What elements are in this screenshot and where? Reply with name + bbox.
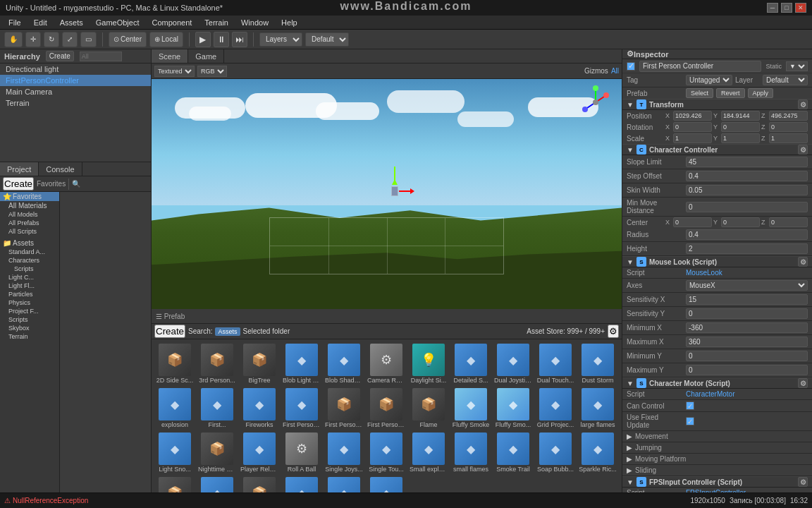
min-move-input[interactable] [686, 202, 808, 212]
rotate-tool[interactable]: ↻ [44, 32, 59, 47]
asset-item[interactable]: 📦3rd Person... [197, 342, 238, 385]
assets-create-button[interactable]: Create [154, 325, 185, 338]
hierarchy-item[interactable]: Main Camera [0, 86, 151, 97]
tab-project[interactable]: Project [0, 162, 39, 176]
asset-item[interactable]: 📦BigTree [239, 342, 280, 385]
pos-z-input[interactable] [769, 111, 808, 121]
ml-axes-select[interactable]: MouseX [686, 280, 808, 291]
use-fixed-checkbox[interactable]: ✓ [686, 417, 694, 425]
obj-active-checkbox[interactable]: ✓ [627, 62, 635, 71]
scene-view[interactable] [152, 79, 622, 309]
maximize-button[interactable]: □ [781, 3, 792, 13]
asset-item[interactable]: ◆Water Foun... [281, 476, 322, 492]
scale-x-input[interactable] [673, 133, 712, 143]
scale-y-input[interactable] [721, 133, 760, 143]
asset-item[interactable]: ◆Soap Bubb... [535, 431, 576, 474]
asset-item[interactable]: ◆Small explo... [408, 431, 449, 474]
asset-item[interactable]: ◆Blob Light P... [281, 342, 322, 385]
tab-game[interactable]: Game [188, 49, 224, 63]
pos-x-input[interactable] [673, 111, 712, 121]
asset-item[interactable]: ◆Water Surfa... [324, 476, 364, 492]
radius-input[interactable] [686, 229, 808, 240]
asset-item[interactable]: 📦Sparks [154, 476, 195, 492]
step-offset-input[interactable] [686, 171, 808, 181]
hand-tool[interactable]: ✋ [4, 32, 23, 47]
tree-characters[interactable]: Characters [0, 256, 59, 265]
menu-item-assets[interactable]: Assets [54, 17, 89, 28]
menu-item-component[interactable]: Component [146, 17, 197, 28]
asset-item[interactable]: 💡Daylight Si... [408, 342, 449, 385]
asset-item[interactable]: ◆Grid Projec... [535, 387, 576, 430]
tree-all-scripts[interactable]: All Scripts [0, 227, 59, 236]
tree-standard[interactable]: Standard A... [0, 248, 59, 256]
asset-item[interactable]: ◆WaterFall [366, 476, 407, 492]
rot-z-input[interactable] [769, 122, 808, 132]
tree-project-f[interactable]: Project F... [0, 307, 59, 315]
ml-min-x-input[interactable] [686, 322, 808, 333]
asset-item[interactable]: 📦Nighttime S... [197, 431, 238, 474]
height-input[interactable] [686, 243, 808, 254]
tree-scripts2[interactable]: Scripts [0, 315, 59, 324]
cm-cog[interactable]: ⚙ [798, 378, 808, 388]
layout-dropdown[interactable]: Default [305, 32, 349, 47]
asset-item[interactable]: 📦Flame [408, 387, 449, 430]
asset-item[interactable]: ◆small flames [450, 431, 491, 474]
transform-header[interactable]: ▼ T Transform ⚙ [622, 99, 812, 110]
ml-sens-x-input[interactable] [686, 294, 808, 305]
mouse-look-header[interactable]: ▼ S Mouse Look (Script) ⚙ [622, 256, 812, 267]
tab-console[interactable]: Console [39, 162, 82, 176]
center-y-input[interactable] [721, 217, 760, 227]
layers-dropdown[interactable]: Layers [259, 32, 302, 47]
assets-settings[interactable]: ⚙ [608, 325, 619, 338]
menu-item-window[interactable]: Window [235, 17, 274, 28]
tab-scene[interactable]: Scene [152, 49, 188, 63]
ml-max-y-input[interactable] [686, 365, 808, 375]
step-button[interactable]: ⏭ [232, 32, 247, 47]
obj-name-input[interactable] [639, 61, 761, 72]
rot-x-input[interactable] [673, 122, 712, 132]
select-button[interactable]: Select [686, 88, 713, 98]
char-controller-header[interactable]: ▼ C Character Controller ⚙ [622, 144, 812, 155]
tree-skybox[interactable]: Skybox [0, 324, 59, 332]
asset-item[interactable]: ◆Single Joys... [324, 431, 364, 474]
asset-item[interactable]: ◆Fluffy Smo... [493, 387, 534, 430]
fps-cog[interactable]: ⚙ [798, 477, 808, 487]
rgb-dropdown[interactable]: RGB [197, 66, 227, 77]
asset-item[interactable]: ◆Light Sno... [154, 431, 195, 474]
can-control-checkbox[interactable]: ✓ [686, 401, 694, 410]
asset-item[interactable]: 📦2D Side Sc... [154, 342, 195, 385]
skin-width-input[interactable] [686, 185, 808, 195]
asset-item[interactable]: ⚙Camera Rel... [366, 342, 407, 385]
asset-item[interactable]: 📦TapToMove... [239, 476, 280, 492]
menu-item-file[interactable]: File [3, 17, 27, 28]
tree-all-models[interactable]: All Models [0, 210, 59, 219]
layer-select[interactable]: Default [763, 75, 808, 85]
ml-sens-y-input[interactable] [686, 308, 808, 319]
char-motor-header[interactable]: ▼ S Character Motor (Script) ⚙ [622, 377, 812, 389]
asset-item[interactable]: ◆Dual Joystic... [493, 342, 534, 385]
asset-item[interactable]: ◆Player Relat... [239, 431, 280, 474]
center-button[interactable]: ⊙ Center [109, 32, 147, 47]
tree-scripts[interactable]: Scripts [0, 265, 59, 273]
project-create-button[interactable]: Create [3, 177, 34, 190]
asset-item[interactable]: ◆First Person... [281, 387, 322, 430]
menu-item-gameobject[interactable]: GameObject [90, 17, 145, 28]
tree-assets[interactable]: 📁 Assets [0, 238, 59, 248]
apply-button[interactable]: Apply [748, 88, 774, 98]
local-button[interactable]: ⊕ Local [149, 32, 183, 47]
asset-item[interactable]: ◆Sparks [197, 476, 238, 492]
asset-item[interactable]: ◆Fireworks [239, 387, 280, 430]
menu-item-help[interactable]: Help [276, 17, 303, 28]
minimize-button[interactable]: ─ [767, 3, 778, 13]
slope-input[interactable] [686, 157, 808, 167]
asset-item[interactable]: ◆Detailed S... [450, 342, 491, 385]
tree-all-prefabs[interactable]: All Prefabs [0, 219, 59, 227]
textured-dropdown[interactable]: Textured [154, 66, 195, 77]
fps-input-header[interactable]: ▼ S FPSInput Controller (Script) ⚙ [622, 476, 812, 488]
tag-select[interactable]: Untagged [686, 75, 732, 85]
hierarchy-item[interactable]: Terrain [0, 97, 151, 109]
revert-button[interactable]: Revert [716, 88, 745, 98]
asset-item[interactable]: ◆Single Tou... [366, 431, 407, 474]
hierarchy-item[interactable]: Directional light [0, 64, 151, 75]
rect-tool[interactable]: ▭ [80, 32, 97, 47]
